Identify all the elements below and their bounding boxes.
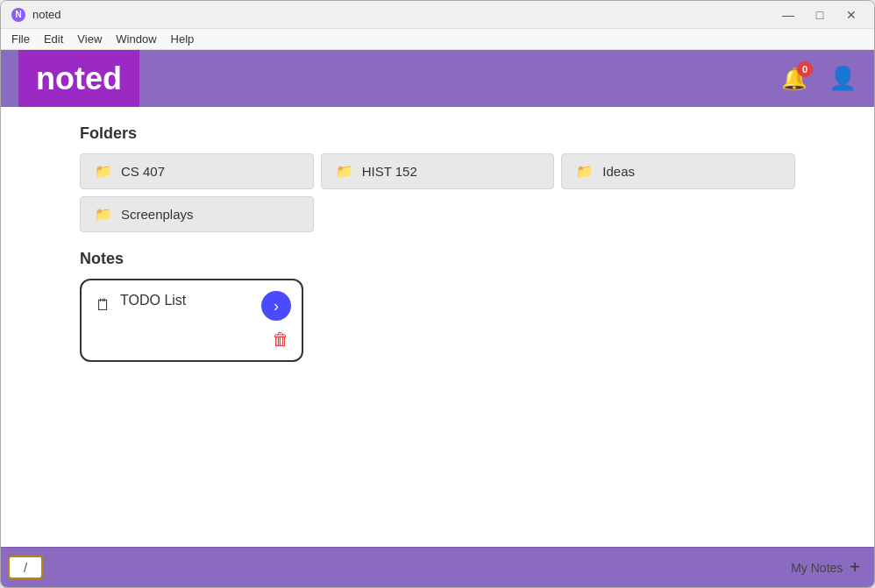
notification-badge: 0 — [797, 61, 813, 77]
notification-button[interactable]: 🔔 0 — [778, 63, 811, 95]
notes-heading: Notes — [80, 250, 795, 268]
user-button[interactable]: 👤 — [829, 65, 857, 92]
folder-item-cs407[interactable]: 📁 CS 407 — [80, 153, 314, 189]
folder-icon: 📁 — [576, 163, 594, 180]
note-file-icon: 🗒 — [96, 296, 111, 315]
close-button[interactable]: ✕ — [839, 6, 864, 24]
note-delete-button[interactable]: 🗑 — [272, 329, 289, 350]
app-header: noted 🔔 0 👤 — [1, 50, 874, 107]
minimize-button[interactable]: — — [776, 6, 800, 24]
add-note-button[interactable]: + — [850, 557, 860, 577]
maximize-button[interactable]: □ — [807, 6, 832, 24]
folder-icon: 📁 — [95, 163, 112, 180]
footer-right: My Notes + — [791, 557, 860, 577]
folder-item-hist152[interactable]: 📁 HIST 152 — [321, 153, 555, 189]
folders-grid-row2: 📁 Screenplays — [80, 196, 795, 232]
note-open-button[interactable]: › — [261, 291, 291, 321]
folder-icon: 📁 — [95, 206, 112, 223]
app-window: N noted — □ ✕ File Edit View Window Help… — [0, 0, 875, 588]
folder-name: CS 407 — [121, 164, 165, 179]
folders-grid-row1: 📁 CS 407 📁 HIST 152 📁 Ideas — [80, 153, 795, 189]
folder-item-screenplays[interactable]: 📁 Screenplays — [80, 196, 314, 232]
folders-heading: Folders — [80, 124, 795, 143]
menu-bar: File Edit View Window Help — [1, 29, 874, 50]
footer-path: / — [8, 556, 43, 579]
folder-item-ideas[interactable]: 📁 Ideas — [561, 153, 795, 189]
window-controls: — □ ✕ — [776, 6, 864, 24]
folder-name: Screenplays — [121, 207, 194, 222]
menu-view[interactable]: View — [70, 31, 109, 47]
folder-name: HIST 152 — [362, 164, 417, 179]
app-footer: / My Notes + — [1, 547, 874, 587]
title-bar: N noted — □ ✕ — [1, 1, 874, 29]
window-title: noted — [32, 8, 776, 21]
my-notes-button[interactable]: My Notes — [791, 561, 843, 575]
trash-icon: 🗑 — [272, 329, 289, 349]
main-content: Folders 📁 CS 407 📁 HIST 152 📁 Ideas 📁 Sc… — [1, 107, 874, 547]
menu-edit[interactable]: Edit — [37, 31, 70, 47]
menu-window[interactable]: Window — [109, 31, 163, 47]
app-icon: N — [11, 8, 25, 22]
notes-section: Notes 🗒 TODO List › 🗑 — [80, 250, 795, 362]
header-actions: 🔔 0 👤 — [778, 63, 857, 95]
note-card-todo: 🗒 TODO List › 🗑 — [80, 279, 303, 362]
chevron-right-icon: › — [274, 297, 279, 315]
menu-file[interactable]: File — [4, 31, 37, 47]
user-icon: 👤 — [829, 65, 857, 91]
note-title: TODO List — [120, 293, 186, 308]
menu-help[interactable]: Help — [164, 31, 202, 47]
folder-icon: 📁 — [336, 163, 353, 180]
app-logo: noted — [18, 50, 139, 107]
folder-name: Ideas — [602, 164, 635, 179]
